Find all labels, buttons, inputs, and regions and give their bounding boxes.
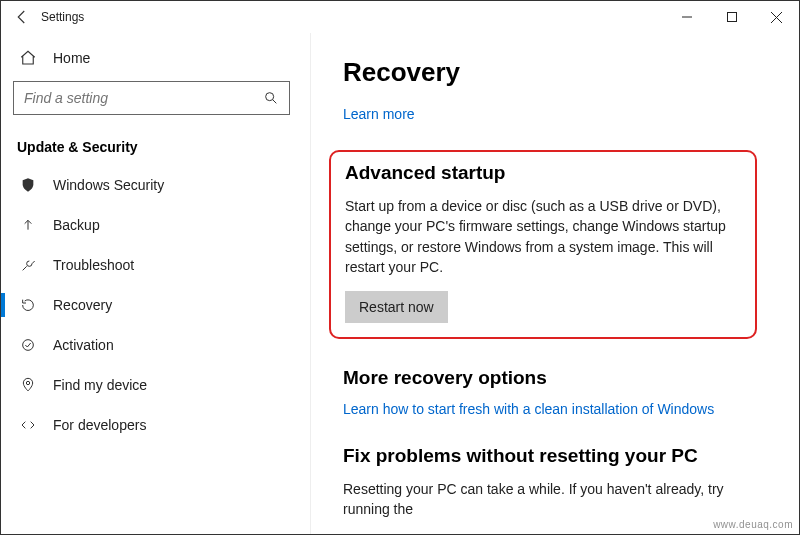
fix-problems-section: Fix problems without resetting your PC R… <box>343 445 767 520</box>
learn-more-link[interactable]: Learn more <box>343 106 767 122</box>
home-icon <box>19 49 37 67</box>
sidebar: Home Update & Security Windows Security … <box>1 33 311 534</box>
sidebar-item-label: For developers <box>53 417 146 433</box>
minimize-button[interactable] <box>664 2 709 32</box>
close-button[interactable] <box>754 2 799 32</box>
developer-icon <box>19 417 37 433</box>
window-controls <box>664 2 799 32</box>
section-header: Update & Security <box>13 133 290 165</box>
search-box[interactable] <box>13 81 290 115</box>
sidebar-item-backup[interactable]: Backup <box>13 205 290 245</box>
search-input[interactable] <box>24 90 263 106</box>
more-recovery-options-heading: More recovery options <box>343 367 767 389</box>
location-icon <box>19 377 37 393</box>
sidebar-item-recovery[interactable]: Recovery <box>13 285 290 325</box>
more-recovery-options-section: More recovery options Learn how to start… <box>343 367 767 417</box>
search-icon <box>263 90 279 106</box>
advanced-startup-body: Start up from a device or disc (such as … <box>345 196 741 277</box>
sidebar-item-label: Troubleshoot <box>53 257 134 273</box>
sidebar-item-label: Backup <box>53 217 100 233</box>
sidebar-item-label: Find my device <box>53 377 147 393</box>
sidebar-item-for-developers[interactable]: For developers <box>13 405 290 445</box>
advanced-startup-section: Advanced startup Start up from a device … <box>329 150 757 339</box>
svg-rect-1 <box>727 13 736 22</box>
fresh-install-link[interactable]: Learn how to start fresh with a clean in… <box>343 401 767 417</box>
back-button[interactable] <box>13 8 41 26</box>
svg-point-6 <box>23 340 34 351</box>
recovery-icon <box>19 297 37 313</box>
maximize-button[interactable] <box>709 2 754 32</box>
sidebar-item-activation[interactable]: Activation <box>13 325 290 365</box>
title-bar: Settings <box>1 1 799 33</box>
sidebar-item-label: Windows Security <box>53 177 164 193</box>
sidebar-item-label: Activation <box>53 337 114 353</box>
advanced-startup-heading: Advanced startup <box>345 162 741 184</box>
wrench-icon <box>19 257 37 273</box>
fix-problems-heading: Fix problems without resetting your PC <box>343 445 767 467</box>
watermark: www.deuaq.com <box>713 519 793 530</box>
window-title: Settings <box>41 10 84 24</box>
shield-icon <box>19 177 37 193</box>
sidebar-item-find-my-device[interactable]: Find my device <box>13 365 290 405</box>
restart-now-button[interactable]: Restart now <box>345 291 448 323</box>
svg-point-7 <box>26 381 29 384</box>
page-title: Recovery <box>343 57 767 88</box>
sidebar-item-label: Recovery <box>53 297 112 313</box>
svg-point-4 <box>266 93 274 101</box>
activation-icon <box>19 337 37 353</box>
nav-home-label: Home <box>53 50 90 66</box>
backup-icon <box>19 217 37 233</box>
fix-problems-body: Resetting your PC can take a while. If y… <box>343 479 767 520</box>
content-pane: Recovery Learn more Advanced startup Sta… <box>311 33 799 534</box>
sidebar-item-windows-security[interactable]: Windows Security <box>13 165 290 205</box>
nav-home[interactable]: Home <box>13 41 290 81</box>
svg-line-5 <box>273 100 277 104</box>
sidebar-item-troubleshoot[interactable]: Troubleshoot <box>13 245 290 285</box>
